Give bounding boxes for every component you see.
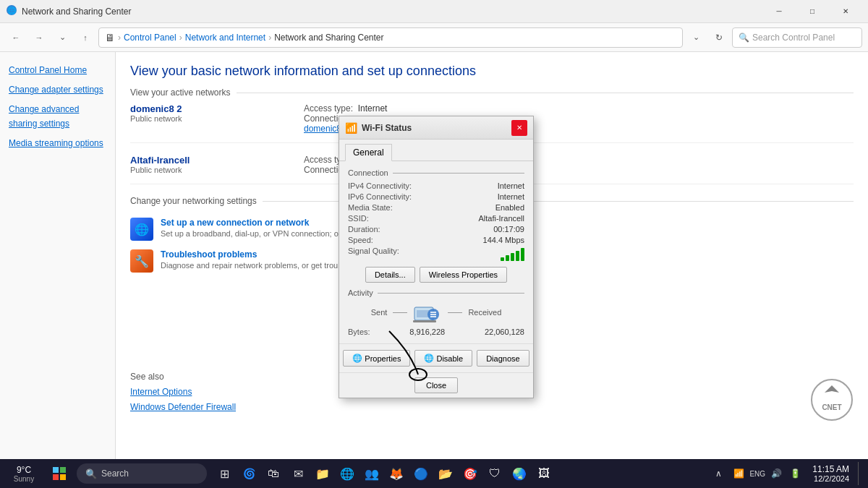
svg-text:CNET: CNET	[822, 403, 841, 411]
signal-bars	[501, 247, 524, 261]
taskbar-icon-explorer[interactable]: 📁	[311, 459, 334, 488]
network-info-1: domenic8 2 Public network	[130, 103, 304, 134]
network-info-2: Altafi-Irancell Public network	[130, 155, 304, 175]
bytes-received: 22,060,128	[485, 328, 524, 336]
bytes-row: Bytes: 8,916,228 22,060,128	[348, 328, 524, 336]
search-icon: 🔍	[85, 468, 97, 479]
taskbar-icon-teams[interactable]: 👥	[360, 459, 383, 488]
app-icon: 🌐	[6, 4, 17, 18]
taskbar-icon-mail[interactable]: ✉	[286, 459, 310, 488]
signal-bar-1	[501, 257, 504, 261]
path-icon: 🖥	[105, 32, 115, 43]
search-box[interactable]: 🔍 Search Control Panel	[732, 27, 862, 48]
taskbar-icon-app1[interactable]: 🎯	[459, 459, 482, 488]
activity-section-title: Activity	[348, 288, 524, 297]
dialog-row-ssid: SSID: Altafi-Irancell	[348, 214, 524, 223]
taskbar-icon-files[interactable]: 📂	[434, 459, 457, 488]
taskbar-icon-store[interactable]: 🛍	[262, 459, 285, 488]
tray-expand[interactable]: ∧	[710, 462, 727, 485]
clock-time: 11:15 AM	[812, 464, 849, 474]
tray-battery[interactable]: 🔋	[786, 462, 804, 485]
dialog-details-buttons: Details... Wireless Properties	[348, 267, 524, 283]
tray-network[interactable]: 📶	[730, 462, 747, 485]
activity-line-right	[448, 312, 462, 313]
network-type-2: Public network	[130, 166, 304, 174]
diagnose-button[interactable]: Diagnose	[477, 350, 529, 367]
dialog-tab-general[interactable]: General	[345, 144, 392, 161]
taskbar-clock[interactable]: 11:15 AM 12/2/2024	[807, 464, 855, 483]
sidebar-advanced-sharing[interactable]: Change advanced sharing settings	[0, 100, 115, 133]
details-button[interactable]: Details...	[365, 267, 415, 283]
close-button[interactable]: ✕	[829, 0, 862, 23]
svg-rect-9	[430, 314, 436, 315]
dialog-title-text: Wi-Fi Status	[362, 123, 511, 133]
see-also-internet-options[interactable]: Internet Options	[130, 385, 236, 401]
properties-button[interactable]: 🌐 Properties	[343, 350, 410, 367]
cnet-watermark: CNET	[810, 378, 854, 421]
signal-bar-2	[506, 255, 509, 261]
see-also-defender-firewall[interactable]: Windows Defender Firewall	[130, 400, 236, 416]
taskbar-icon-edge[interactable]: 🌀	[237, 459, 260, 488]
signal-bar-4	[516, 251, 519, 261]
taskbar-icon-chrome2[interactable]: 🔵	[409, 459, 433, 488]
recent-button[interactable]: ⌄	[52, 27, 72, 48]
start-button[interactable]	[48, 462, 71, 485]
signal-bar-5	[521, 248, 524, 261]
wireless-properties-button[interactable]: Wireless Properties	[420, 267, 507, 283]
tray-lang[interactable]: ENG	[749, 462, 766, 485]
dialog-tabs: General	[339, 140, 533, 161]
taskbar-icon-firefox[interactable]: 🦊	[385, 459, 408, 488]
dialog-row-ipv6: IPv6 Connectivity: Internet	[348, 192, 524, 201]
title-bar: 🌐 Network and Sharing Center ─ □ ✕	[0, 0, 868, 23]
sidebar-control-panel-home[interactable]: Control Panel Home	[0, 61, 115, 80]
forward-button[interactable]: →	[29, 27, 49, 48]
up-button[interactable]: ↑	[75, 27, 95, 48]
sidebar-media-streaming[interactable]: Media streaming options	[0, 134, 115, 153]
dialog-title-bar: 📶 Wi-Fi Status ✕	[339, 116, 533, 140]
taskbar-tray: 📶 ENG 🔊 🔋	[730, 462, 804, 485]
show-desktop[interactable]	[858, 462, 862, 485]
wifi-dialog-icon: 📶	[345, 122, 357, 134]
svg-rect-15	[60, 474, 66, 480]
search-icon: 🔍	[739, 33, 749, 43]
see-also-title: See also	[130, 372, 236, 382]
disable-button[interactable]: 🌐 Disable	[414, 350, 472, 367]
network-name-2[interactable]: Altafi-Irancell	[130, 155, 304, 166]
taskbar-search[interactable]: 🔍 Search	[77, 463, 207, 484]
bytes-sent: 8,916,228	[409, 328, 445, 336]
connection-section-title: Connection	[348, 168, 524, 177]
taskbar-icon-norton[interactable]: 🛡	[483, 459, 506, 488]
svg-rect-12	[53, 467, 59, 473]
path-current: Network and Sharing Center	[274, 33, 383, 43]
bytes-label: Bytes:	[348, 328, 370, 336]
address-dropdown[interactable]: ⌄	[686, 27, 706, 48]
path-control-panel[interactable]: Control Panel	[124, 33, 176, 43]
properties-icon: 🌐	[352, 354, 362, 363]
back-button[interactable]: ←	[6, 27, 26, 48]
taskbar-icon-chrome[interactable]: 🌐	[336, 459, 359, 488]
title-bar-buttons: ─ □ ✕	[762, 0, 862, 23]
network-name-1[interactable]: domenic8 2	[130, 103, 304, 114]
taskbar-weather[interactable]: 9°C Sunny	[6, 465, 42, 483]
cnet-logo-icon: CNET	[810, 378, 854, 421]
maximize-button[interactable]: □	[796, 0, 829, 23]
close-button[interactable]: Close	[414, 377, 458, 393]
address-bar: ← → ⌄ ↑ 🖥 › Control Panel › Network and …	[0, 23, 868, 52]
taskbar-icon-task[interactable]: ⊞	[213, 459, 236, 488]
address-path[interactable]: 🖥 › Control Panel › Network and Internet…	[98, 27, 683, 48]
dialog-close-row: Close	[339, 372, 533, 398]
taskbar-icons: ⊞ 🌀 🛍 ✉ 📁 🌐 👥 🦊 🔵 📂 🎯 🛡 🌏 🖼	[213, 459, 556, 488]
access-label-1: Access type: Internet	[304, 103, 387, 114]
sidebar-change-adapter[interactable]: Change adapter settings	[0, 80, 115, 100]
refresh-button[interactable]: ↻	[709, 27, 729, 48]
svg-rect-8	[430, 312, 436, 313]
path-network-internet[interactable]: Network and Internet	[185, 33, 265, 43]
dialog-close-button[interactable]: ✕	[511, 120, 527, 136]
wifi-status-dialog: 📶 Wi-Fi Status ✕ General Connection IPv4…	[339, 116, 534, 398]
tray-volume[interactable]: 🔊	[767, 462, 785, 485]
taskbar-icon-ie[interactable]: 🌏	[508, 459, 531, 488]
minimize-button[interactable]: ─	[762, 0, 796, 23]
taskbar-right: ∧ 📶 ENG 🔊 🔋 11:15 AM 12/2/2024	[710, 462, 862, 485]
dialog-content: Connection IPv4 Connectivity: Internet I…	[339, 161, 533, 343]
taskbar-icon-photo[interactable]: 🖼	[532, 459, 556, 488]
